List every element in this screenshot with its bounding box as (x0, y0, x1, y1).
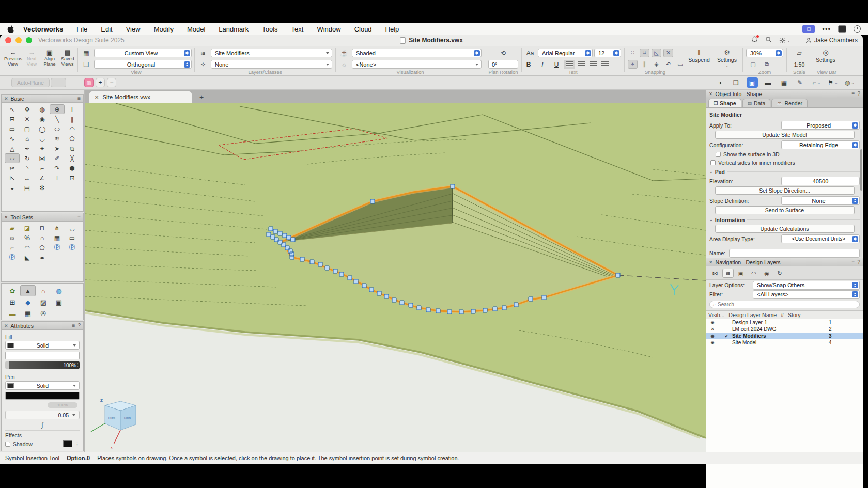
tool-button[interactable]: Ⓟ (65, 243, 80, 253)
display-toggle-icon[interactable] (838, 25, 846, 33)
classes-icon[interactable]: ✧ (198, 61, 208, 68)
palette-tool-button[interactable]: ✿ (5, 285, 20, 296)
active-layer-combo[interactable]: Site Modifiers (211, 49, 332, 57)
drawing-canvas[interactable]: Z Front Right x (85, 103, 706, 452)
tool-button[interactable]: ⊕ (50, 104, 65, 114)
palette-menu-icon[interactable]: ≡ (78, 214, 81, 220)
close-icon[interactable]: ✕ (709, 260, 713, 265)
area-display-type-combo[interactable]: <Use Document Units> (781, 234, 860, 243)
document-tab[interactable]: ✕ Site Modifiers.vwx (89, 91, 192, 103)
tool-button[interactable]: ⊟ (5, 114, 20, 124)
toolbar-nav-button[interactable]: → Next View (24, 49, 40, 67)
line-weight-combo[interactable]: 0.05 (5, 411, 80, 419)
pen-color-bar[interactable] (5, 392, 80, 400)
tool-button[interactable]: ▦ (50, 233, 65, 243)
tool-button[interactable]: ✐ (50, 153, 65, 163)
menu-item[interactable]: View (126, 25, 141, 33)
tool-button[interactable]: % (20, 233, 35, 243)
tool-button[interactable]: ⬠ (65, 134, 80, 144)
align-center-button[interactable] (578, 61, 585, 67)
align-justify-button[interactable] (601, 61, 609, 67)
toolbar-nav-button[interactable]: ← Previous View (4, 49, 22, 67)
font-size-combo[interactable]: 12 (594, 49, 621, 57)
collapse-icon[interactable]: ⌄ (709, 217, 713, 222)
tool-button[interactable]: ∞ (5, 233, 20, 243)
layer-options-combo[interactable]: Show/Snap Others (753, 281, 860, 290)
tool-button[interactable]: ⋈ (35, 153, 50, 163)
slope-definition-combo[interactable]: None (781, 196, 860, 205)
add-view-pane-button[interactable]: + (96, 78, 105, 87)
palette-menu-icon[interactable]: ≡ (852, 91, 855, 97)
close-icon[interactable]: ✕ (4, 96, 8, 101)
palette-toggle-icon[interactable]: ▬ (763, 77, 774, 88)
pen-style-combo[interactable]: Solid (5, 381, 80, 390)
tool-button[interactable]: ◍ (35, 104, 50, 114)
object-info-header[interactable]: ✕ Object Info - Shape ≡ ? (706, 90, 863, 98)
fit-objects-icon[interactable]: ⧉ (762, 60, 772, 69)
palette-tool-button[interactable]: ▣ (51, 296, 67, 308)
tool-button[interactable]: ↷ (50, 163, 65, 173)
auto-plane-option[interactable] (51, 78, 66, 87)
tool-button[interactable]: ↖ (5, 104, 20, 114)
tool-button[interactable]: ∠ (35, 173, 50, 183)
minimize-window-button[interactable] (16, 37, 22, 43)
align-left-button[interactable] (566, 61, 573, 67)
name-field[interactable] (729, 249, 860, 258)
layer-name[interactable]: LM cert 2024 DWG (730, 326, 829, 332)
palette-toggle-icon[interactable]: ▦ (779, 77, 790, 88)
tool-button[interactable]: ╳ (65, 153, 80, 163)
tool-button[interactable]: ≋ (50, 134, 65, 144)
italic-button[interactable]: I (538, 61, 547, 68)
tool-button[interactable]: ⊥ (50, 173, 65, 183)
combo-stepper-icon[interactable] (852, 122, 858, 129)
tool-button[interactable]: ⌂ (35, 233, 50, 243)
show-surface-3d-checkbox[interactable] (716, 152, 721, 157)
palette-toggle-icon[interactable]: ◍⌄ (844, 77, 856, 88)
palette-tool-button[interactable]: ▬ (5, 308, 20, 319)
snapping-toggle[interactable]: ⌗ (640, 49, 649, 57)
tool-button[interactable]: ✥ (20, 104, 35, 114)
scale-icon[interactable]: ▱ (794, 50, 804, 57)
palette-toggle-icon[interactable]: ⚑⌄ (827, 77, 839, 88)
close-window-button[interactable] (5, 37, 11, 43)
elevation-field[interactable]: 40500 (781, 177, 860, 185)
view-pane-icon[interactable]: ▥ (84, 78, 94, 87)
active-class-combo[interactable]: None (211, 60, 332, 69)
line-style-button[interactable]: ∫ (5, 421, 80, 431)
update-calculations-button[interactable]: Update Calculations (715, 225, 855, 233)
tool-sets-palette-header[interactable]: ✕ Tool Sets ≡ (2, 213, 83, 222)
tool-button[interactable]: ⬢ (65, 163, 80, 173)
fill-opacity-slider[interactable]: 100% ⋮ (5, 361, 80, 369)
zoom-level-combo[interactable]: 30% (746, 49, 783, 57)
snapping-toggle[interactable]: ⌖ (628, 60, 638, 69)
update-site-model-button[interactable]: Update Site Model (715, 131, 855, 139)
tool-button[interactable]: ◝ (20, 163, 35, 173)
background-render-combo[interactable]: <None> (352, 60, 482, 69)
palette-menu-icon[interactable]: ≡ (72, 323, 75, 328)
snapping-settings-button[interactable]: ⚙ Settings ⌄ (714, 46, 740, 68)
font-combo[interactable]: Arial Regular (538, 49, 593, 57)
tool-button[interactable]: ✂ (5, 163, 20, 173)
palette-toggle-icon[interactable]: ❑ (731, 77, 742, 88)
control-center-icon[interactable]: ••• (822, 25, 831, 33)
set-slope-direction-button[interactable]: Set Slope Direction... (715, 186, 855, 195)
tool-button[interactable]: △ (5, 144, 20, 153)
collapse-icon[interactable]: ⌄ (709, 169, 713, 174)
column-header[interactable]: # (779, 312, 786, 318)
menu-item[interactable]: Landmark (219, 25, 249, 33)
tool-button[interactable]: ▢ (20, 124, 35, 134)
close-icon[interactable]: ✕ (4, 215, 8, 220)
projection-icon[interactable]: ❑ (81, 61, 91, 68)
align-right-button[interactable] (590, 61, 597, 67)
basic-palette-header[interactable]: ✕ Basic ≡ (2, 95, 83, 103)
shadow-color-swatch[interactable] (63, 440, 72, 447)
navigation-mode-icon[interactable]: ≋ (722, 269, 734, 278)
snapping-toggle[interactable]: ∷ (628, 49, 638, 57)
object-info-tab[interactable]: ☕Render (771, 99, 808, 107)
navigation-header[interactable]: ✕ Navigation - Design Layers ≡ ? (706, 258, 863, 266)
palette-tool-button[interactable]: ⌂ (36, 285, 51, 296)
tool-button[interactable]: ▭ (65, 233, 80, 243)
snapping-toggle[interactable]: ∥ (640, 60, 649, 69)
fill-style-combo[interactable]: Solid (5, 341, 80, 350)
tool-button[interactable]: ∥ (65, 114, 80, 124)
